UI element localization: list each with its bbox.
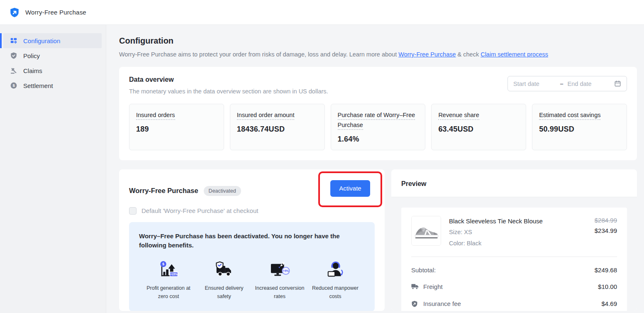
preview-title: Preview — [401, 180, 426, 187]
main-content: Configuration Worry-Free Purchase aims t… — [106, 25, 644, 313]
benefit-label: Increased conversion rates — [254, 284, 306, 301]
date-range-picker[interactable]: Start date – End date — [507, 76, 627, 91]
insurance-label: Insurance fee — [423, 300, 461, 307]
product-row: Black Sleeveless Tie Neck Blouse Size: X… — [411, 216, 617, 247]
stat-card-insured-orders: Insured orders 189 — [129, 104, 224, 150]
benefit-delivery: Ensured delivery safety — [198, 259, 250, 301]
sidebar-item-label: Configuration — [23, 37, 60, 44]
product-size: Size: XS — [449, 229, 587, 235]
activate-button[interactable]: Activate — [330, 180, 370, 197]
product-image — [411, 216, 441, 246]
sidebar-item-label: Settlement — [23, 82, 53, 89]
conversion-monitor-icon: +5% — [269, 259, 290, 279]
original-price: $284.99 — [595, 217, 617, 224]
default-checkout-label: Default 'Worry-Free Purchase' at checkou… — [141, 207, 258, 214]
stat-label: Insured order amount — [237, 112, 295, 120]
page-description: Worry-Free Purchase aims to protect your… — [119, 51, 637, 58]
delivery-truck-icon — [213, 259, 235, 279]
sidebar-item-label: Policy — [23, 52, 40, 59]
app-title: Worry-Free Purchase — [25, 9, 86, 16]
notice-text: Worry–Free Purchase has been deactivated… — [139, 232, 351, 250]
stat-value: 50.99USD — [539, 125, 620, 134]
benefit-label: Ensured delivery safety — [198, 284, 250, 301]
product-color: Color: Black — [449, 240, 587, 247]
sale-price: $234.99 — [595, 227, 617, 234]
data-overview-title: Data overview — [129, 76, 328, 83]
calendar-icon[interactable] — [614, 80, 621, 87]
svg-text:$: $ — [162, 262, 164, 267]
app-logo-shield-icon — [9, 7, 20, 18]
profit-chart-icon: $ +15% — [158, 259, 179, 279]
order-summary-card: Black Sleeveless Tie Neck Blouse Size: X… — [401, 208, 627, 311]
worry-free-purchase-link[interactable]: Worry-Free Purchase — [398, 51, 456, 58]
shield-icon — [411, 300, 419, 308]
subtotal-label: Subtotal: — [411, 267, 436, 274]
worry-free-purchase-card: Worry-Free Purchase Deactivated Activate… — [119, 169, 385, 311]
truck-icon — [411, 283, 419, 291]
stat-card-insured-order-amount: Insured order amount 18436.74USD — [230, 104, 325, 150]
insurance-value: $4.69 — [601, 300, 617, 307]
preview-card: Preview — [391, 169, 637, 311]
app-header: Worry-Free Purchase — [0, 0, 644, 25]
description-text: & check — [456, 51, 481, 58]
policy-icon — [10, 52, 17, 59]
end-date-input[interactable]: End date — [568, 81, 614, 87]
svg-text:$: $ — [12, 83, 15, 88]
stat-value: 1.64% — [338, 135, 419, 144]
activation-title: Worry-Free Purchase — [129, 187, 198, 195]
data-overview-card: Data overview The monetary values in the… — [119, 67, 637, 160]
freight-label: Freight — [423, 283, 443, 290]
annotation-highlight: Activate — [318, 171, 382, 207]
stat-card-estimated-cost-savings: Estimated cost savings 50.99USD — [532, 104, 627, 150]
sidebar-item-label: Claims — [23, 67, 42, 74]
preview-body: Black Sleeveless Tie Neck Blouse Size: X… — [391, 197, 637, 311]
page-title: Configuration — [119, 36, 637, 46]
sidebar: Configuration Policy — [0, 25, 106, 313]
data-overview-subtitle: The monetary values in the data overview… — [129, 88, 328, 95]
sidebar-item-settlement[interactable]: $ Settlement — [3, 78, 102, 93]
default-checkout-checkbox[interactable] — [129, 207, 137, 215]
stat-card-revenue-share: Revenue share 63.45USD — [431, 104, 526, 150]
headset-agent-icon — [324, 259, 346, 279]
svg-text:+15%: +15% — [170, 273, 178, 276]
stat-label: Purchase rate of Worry–Free Purchase — [338, 112, 415, 130]
configuration-icon — [10, 37, 17, 44]
date-range-separator: – — [560, 81, 563, 87]
stat-label: Revenue share — [438, 112, 479, 120]
stat-value: 189 — [136, 125, 217, 134]
benefit-label: Profit generation at zero cost — [142, 284, 195, 301]
product-name: Black Sleeveless Tie Neck Blouse — [449, 218, 587, 225]
insurance-row: Insurance fee $4.69 — [411, 300, 617, 308]
start-date-input[interactable]: Start date — [513, 81, 560, 87]
subtotal-value: $249.68 — [595, 267, 617, 274]
description-text: Worry-Free Purchase aims to protect your… — [119, 51, 398, 58]
stat-card-purchase-rate: Purchase rate of Worry–Free Purchase 1.6… — [331, 104, 426, 150]
stats-row: Insured orders 189 Insured order amount … — [129, 104, 627, 150]
divider — [411, 257, 617, 257]
benefit-label: Reduced manpower costs — [309, 284, 361, 301]
settlement-icon: $ — [10, 82, 17, 89]
claim-settlement-link[interactable]: Claim settlement process — [481, 51, 548, 58]
benefits-row: $ +15% Profit generation at zero cost — [139, 259, 365, 301]
status-badge: Deactivated — [204, 186, 241, 196]
stat-value: 63.45USD — [438, 125, 519, 134]
freight-value: $10.00 — [598, 283, 617, 290]
stat-label: Estimated cost savings — [539, 112, 600, 120]
sidebar-item-policy[interactable]: Policy — [3, 48, 102, 63]
subtotal-row: Subtotal: $249.68 — [411, 267, 617, 274]
benefit-manpower: Reduced manpower costs — [309, 259, 361, 301]
deactivation-notice: Worry–Free Purchase has been deactivated… — [129, 222, 375, 311]
claims-icon — [10, 67, 17, 74]
stat-value: 18436.74USD — [237, 125, 318, 134]
benefit-profit: $ +15% Profit generation at zero cost — [142, 259, 195, 301]
stat-label: Insured orders — [136, 112, 175, 120]
sidebar-item-claims[interactable]: Claims — [3, 63, 102, 78]
freight-row: Freight $10.00 — [411, 283, 617, 291]
sidebar-item-configuration[interactable]: Configuration — [3, 33, 102, 48]
benefit-conversion: +5% Increased conversion rates — [254, 259, 306, 301]
svg-text:+5%: +5% — [283, 269, 289, 272]
